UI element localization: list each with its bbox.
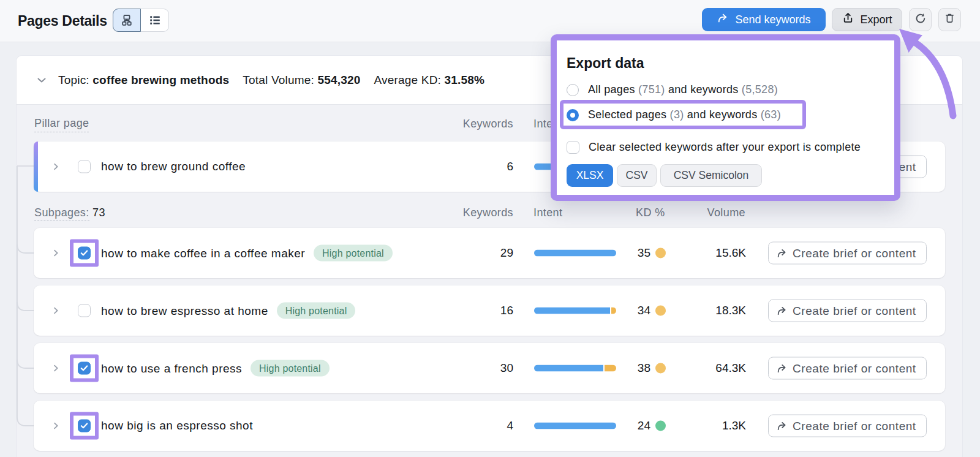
high-potential-badge: High potential [314, 245, 393, 262]
csv-button[interactable]: CSV [617, 164, 657, 187]
chevron-right-icon[interactable] [51, 248, 61, 258]
subpages-header: Subpages: 73 [34, 206, 105, 219]
keywords-count: 30 [500, 361, 513, 375]
page-title-link[interactable]: how to brew ground coffee [101, 160, 246, 173]
radio-label-count: (751) [638, 83, 665, 96]
radio-button[interactable] [567, 84, 579, 96]
trash-icon [943, 12, 956, 28]
volume-value: 64.3K [715, 361, 746, 375]
intent-bar [534, 365, 616, 372]
page-title-link[interactable]: how to use a french press [101, 361, 242, 375]
table-row: how to brew espresso at home High potent… [34, 285, 945, 336]
kd-difficulty-dot [655, 421, 666, 431]
refresh-icon [914, 12, 927, 28]
create-brief-button[interactable]: Create brief or content [768, 415, 927, 437]
topic-summary: Topic: coffee brewing methods Total Volu… [58, 74, 498, 87]
row-checkbox[interactable] [78, 247, 91, 260]
popover-title: Export data [567, 55, 644, 72]
radio-option-selected-pages[interactable]: Selected pages (3) and keywords (63) [567, 108, 781, 121]
row-title-group: how to brew ground coffee [101, 160, 246, 173]
row-checkbox[interactable] [78, 362, 91, 375]
xlsx-button[interactable]: XLSX [567, 164, 613, 187]
radio-button[interactable] [567, 109, 579, 121]
sitemap-view-button[interactable] [113, 9, 141, 32]
kd-value: 34 [638, 304, 650, 317]
column-header-keywords: Keywords [463, 206, 513, 219]
kd-value: 38 [638, 361, 650, 375]
chevron-right-icon[interactable] [51, 162, 61, 172]
column-header-kd: KD % [636, 206, 665, 219]
topic-name: coffee brewing methods [92, 74, 229, 86]
clear-keywords-checkbox[interactable] [567, 141, 579, 154]
view-toggle [113, 9, 169, 32]
list-view-icon [148, 13, 162, 27]
sitemap-view-icon [120, 13, 134, 27]
table-row: how to use a french press High potential… [34, 343, 945, 393]
volume-value: 18.3K [715, 304, 746, 317]
intent-bar [534, 423, 616, 429]
kd-difficulty-dot [655, 248, 666, 259]
chevron-right-icon[interactable] [51, 306, 61, 315]
topic-label: Topic: [58, 74, 92, 86]
csv-semicolon-button[interactable]: CSV Semicolon [660, 164, 762, 187]
page-title-link[interactable]: how to make coffee in a coffee maker [101, 246, 305, 260]
pillar-page-header[interactable]: Pillar page [34, 117, 89, 132]
row-checkbox[interactable] [78, 161, 91, 173]
topic-average-kd: 31.58% [445, 74, 485, 86]
radio-label-text: and keywords [684, 108, 761, 121]
intent-bar [534, 250, 616, 257]
table-row: how to make coffee in a coffee maker Hig… [34, 228, 945, 278]
chevron-down-icon[interactable] [35, 74, 48, 89]
volume-value: 15.6K [715, 246, 746, 260]
chevron-right-icon[interactable] [51, 363, 61, 373]
column-header-volume: Volume [707, 206, 745, 219]
row-title-group: how to brew espresso at home High potent… [101, 303, 355, 319]
pillar-accent-bar [34, 142, 38, 192]
share-arrow-icon [717, 12, 729, 28]
radio-label-count: (3) [670, 108, 684, 121]
radio-option-all-pages[interactable]: All pages (751) and keywords (5,528) [567, 83, 778, 96]
create-brief-button[interactable]: Create brief or content [768, 242, 927, 265]
row-checkbox[interactable] [78, 420, 91, 432]
radio-label-count: (63) [761, 108, 781, 121]
high-potential-badge: High potential [277, 303, 356, 319]
create-brief-button[interactable]: Create brief or content [768, 357, 927, 380]
column-header-keywords: Keywords [463, 118, 513, 130]
delete-button[interactable] [938, 8, 961, 31]
chevron-right-icon[interactable] [51, 421, 61, 431]
page-title-link[interactable]: how big is an espresso shot [101, 419, 253, 432]
high-potential-badge: High potential [251, 360, 330, 377]
export-button[interactable]: Export [832, 8, 902, 31]
table-row: how big is an espresso shot 4 24 1.3K Cr… [34, 401, 945, 451]
kd-difficulty-dot [655, 306, 666, 316]
row-title-group: how to make coffee in a coffee maker Hig… [101, 245, 393, 262]
page-title-link[interactable]: how to brew espresso at home [101, 304, 268, 317]
keywords-count: 4 [507, 419, 513, 432]
kd-value: 24 [638, 419, 650, 432]
export-data-popover: Export data All pages (751) and keywords… [551, 34, 900, 201]
topic-total-volume: 554,320 [317, 74, 360, 86]
total-volume-label: Total Volume: [243, 74, 317, 86]
average-kd-label: Average KD: [374, 74, 445, 86]
kd-difficulty-dot [655, 363, 666, 374]
refresh-button[interactable] [909, 8, 932, 31]
row-checkbox[interactable] [78, 304, 91, 317]
create-brief-button[interactable]: Create brief or content [768, 300, 927, 322]
keywords-count: 16 [500, 304, 513, 317]
list-view-button[interactable] [141, 9, 169, 32]
intent-bar [534, 308, 616, 314]
radio-label-text: Selected pages [588, 108, 670, 121]
row-title-group: how to use a french press High potential [101, 360, 330, 377]
radio-label-count: (5,528) [742, 83, 778, 96]
radio-label-text: All pages [588, 83, 638, 96]
page-title: Pages Details [18, 13, 107, 29]
send-keywords-button[interactable]: Send keywords [702, 8, 826, 31]
clear-keywords-option[interactable]: Clear selected keywords after your expor… [567, 141, 861, 154]
export-format-buttons: XLSX CSV CSV Semicolon [567, 164, 762, 187]
kd-value: 35 [638, 246, 650, 260]
upload-icon [842, 12, 854, 28]
volume-value: 1.3K [722, 419, 746, 432]
keywords-count: 29 [500, 246, 513, 260]
row-title-group: how big is an espresso shot [101, 419, 253, 432]
radio-label-text: and keywords [665, 83, 742, 96]
